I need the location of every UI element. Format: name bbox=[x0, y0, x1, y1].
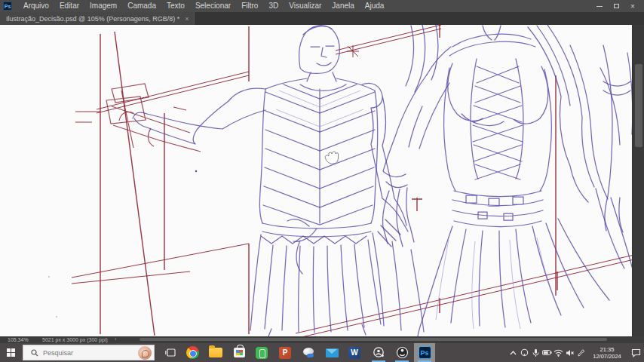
file-explorer-icon bbox=[209, 348, 222, 357]
clock-time: 21:35 bbox=[590, 346, 624, 353]
taskbar-app-obs[interactable] bbox=[391, 343, 412, 362]
tray-clock[interactable]: 21:35 12/07/2024 bbox=[590, 346, 624, 360]
volume-muted-icon[interactable] bbox=[564, 343, 575, 362]
search-highlight-shell-image[interactable] bbox=[138, 346, 152, 360]
menu-selecionar[interactable]: Selecionar bbox=[190, 0, 236, 12]
hand-cursor-icon bbox=[325, 152, 338, 164]
user-circle-app-icon bbox=[373, 346, 385, 359]
menu-texto[interactable]: Texto bbox=[161, 0, 190, 12]
action-center-icon bbox=[631, 348, 641, 357]
system-tray: 21:35 12/07/2024 bbox=[508, 343, 644, 362]
menu-filtro[interactable]: Filtro bbox=[236, 0, 263, 12]
taskbar-app-microsoft-store[interactable] bbox=[228, 343, 250, 362]
whatsapp-icon bbox=[256, 347, 268, 359]
pen-device-icon[interactable] bbox=[575, 343, 587, 362]
horizontal-scrollbar-thumb[interactable] bbox=[140, 338, 607, 341]
hidden-icons-chevron[interactable] bbox=[508, 343, 519, 362]
zoom-level-field[interactable]: 105,34% bbox=[8, 337, 29, 342]
sketch-drawing bbox=[0, 25, 632, 336]
document-tabbar: Ilustração_Decisão.psd @ 105% (Personage… bbox=[0, 12, 644, 25]
document-tab[interactable]: Ilustração_Decisão.psd @ 105% (Personage… bbox=[0, 12, 196, 25]
sketch-knight bbox=[133, 26, 424, 336]
sketch-woman bbox=[382, 25, 632, 336]
task-view-icon bbox=[165, 348, 176, 357]
taskbar-app-file-explorer[interactable] bbox=[205, 343, 226, 362]
taskbar-app-word[interactable]: W bbox=[344, 343, 365, 362]
taskbar-app-mail[interactable] bbox=[321, 343, 342, 362]
menu-visualizar[interactable]: Visualizar bbox=[284, 0, 327, 12]
minimize-icon bbox=[596, 6, 603, 7]
microphone-icon[interactable] bbox=[530, 343, 541, 362]
menu-imagem[interactable]: Imagem bbox=[84, 0, 122, 12]
statusbar: 105,34% 5021 px x 3000 px (300 ppi) ‹ bbox=[0, 336, 644, 343]
minimize-button[interactable] bbox=[591, 0, 608, 12]
taskbar-app-user-circle[interactable] bbox=[368, 343, 389, 362]
document-info: 5021 px x 3000 px (300 ppi) bbox=[42, 337, 108, 342]
document-tab-title: Ilustração_Decisão.psd @ 105% (Personage… bbox=[6, 15, 179, 23]
menu-editar[interactable]: Editar bbox=[54, 0, 84, 12]
mail-icon bbox=[326, 348, 339, 357]
status-chevron-icon[interactable]: ‹ bbox=[115, 336, 116, 342]
restore-icon bbox=[614, 4, 619, 8]
vertical-scrollbar[interactable] bbox=[632, 25, 644, 336]
taskbar-app-powerpoint[interactable]: P bbox=[274, 343, 296, 362]
shell-app-icon bbox=[302, 348, 315, 358]
close-button[interactable]: × bbox=[624, 0, 641, 12]
taskbar-app-whatsapp[interactable] bbox=[251, 343, 272, 362]
menu-arquivo[interactable]: Arquivo bbox=[18, 0, 54, 12]
canvas[interactable] bbox=[0, 25, 632, 336]
task-view-button[interactable] bbox=[160, 343, 181, 362]
windows-taskbar: P W Ps bbox=[0, 343, 644, 362]
clock-date: 12/07/2024 bbox=[590, 353, 624, 360]
sketch-red-guides bbox=[72, 25, 632, 336]
tab-close-icon[interactable]: × bbox=[185, 15, 189, 23]
taskbar-app-photoshop-active[interactable]: Ps bbox=[414, 343, 435, 362]
photoshop-app-icon: Ps bbox=[3, 2, 12, 11]
battery-icon[interactable] bbox=[541, 343, 553, 362]
photoshop-taskbar-icon: Ps bbox=[419, 346, 431, 359]
tray-app-icon[interactable] bbox=[519, 343, 530, 362]
menu-ajuda[interactable]: Ajuda bbox=[360, 0, 390, 12]
vertical-scrollbar-thumb[interactable] bbox=[635, 64, 642, 147]
taskbar-search[interactable] bbox=[23, 345, 155, 360]
obs-studio-icon bbox=[396, 346, 409, 359]
menu-janela[interactable]: Janela bbox=[327, 0, 359, 12]
menu-camada[interactable]: Camada bbox=[122, 0, 161, 12]
taskbar-app-chrome[interactable] bbox=[182, 343, 203, 362]
photoshop-menubar: Ps Arquivo Editar Imagem Camada Texto Se… bbox=[0, 0, 644, 12]
wifi-icon[interactable] bbox=[553, 343, 564, 362]
windows-logo-icon bbox=[7, 348, 15, 357]
powerpoint-icon: P bbox=[279, 347, 291, 359]
chrome-icon bbox=[186, 346, 199, 359]
action-center-button[interactable] bbox=[627, 343, 644, 362]
restore-button[interactable] bbox=[608, 0, 624, 12]
microsoft-store-icon bbox=[234, 348, 245, 357]
menu-3d[interactable]: 3D bbox=[263, 0, 284, 12]
search-icon bbox=[31, 349, 38, 357]
word-icon: W bbox=[348, 347, 360, 359]
search-input[interactable] bbox=[43, 349, 112, 357]
start-button[interactable] bbox=[0, 343, 21, 362]
taskbar-app-shell[interactable] bbox=[298, 343, 319, 362]
